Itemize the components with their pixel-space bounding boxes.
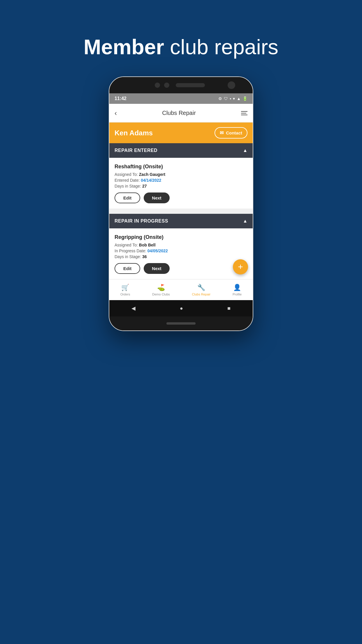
repair-2-assigned: Assigned To: Bob Bell bbox=[115, 243, 247, 247]
repair-entered-title: REPAIR ENTERED bbox=[115, 148, 157, 153]
add-repair-button[interactable]: + bbox=[233, 259, 248, 274]
entered-date-label: Entered Date: bbox=[115, 178, 140, 183]
android-recent-button[interactable]: ■ bbox=[227, 305, 231, 312]
repair-2-next-button[interactable]: Next bbox=[144, 263, 170, 274]
back-button[interactable]: ‹ bbox=[115, 109, 117, 117]
contact-button[interactable]: ✉ Contact bbox=[215, 127, 247, 139]
phone-frame: 11:42 ⚙ 🛡 ▪ ▾ ▲ 🔋 ‹ Clubs Repair Ken Ada… bbox=[109, 76, 253, 331]
clubs-repair-icon: 🔧 bbox=[197, 284, 205, 291]
menu-line-3 bbox=[241, 115, 247, 115]
repair-1-next-button[interactable]: Next bbox=[144, 192, 170, 203]
phone-dot-right bbox=[164, 83, 169, 88]
repair-1-type: Reshafting (Onsite) bbox=[115, 164, 247, 170]
sim-icon: ▪ bbox=[230, 96, 231, 101]
phone-camera bbox=[228, 81, 235, 89]
page-title-light: club repairs bbox=[164, 35, 278, 59]
shield-icon: 🛡 bbox=[224, 96, 228, 101]
repair-in-progress-title: REPAIR IN PROGRESS bbox=[115, 218, 168, 224]
android-back-button[interactable]: ◀ bbox=[131, 305, 136, 312]
repair-in-progress-card: Regripping (Onsite) Assigned To: Bob Bel… bbox=[109, 228, 253, 279]
in-progress-date-label: In Progress Date: bbox=[115, 249, 146, 253]
assigned-label: Assigned To: bbox=[115, 172, 138, 177]
repair-entered-header[interactable]: REPAIR ENTERED ▲ bbox=[109, 143, 253, 158]
section-gap-1 bbox=[109, 209, 253, 214]
phone-top-decoration bbox=[109, 77, 253, 93]
customer-header: Ken Adams ✉ Contact bbox=[109, 123, 253, 143]
phone-bottom bbox=[109, 316, 253, 330]
profile-icon: 👤 bbox=[233, 284, 241, 291]
android-nav-bar: ◀ ● ■ bbox=[109, 300, 253, 316]
days-count: 27 bbox=[142, 184, 147, 188]
nav-item-profile[interactable]: 👤 Profile bbox=[233, 284, 242, 296]
repair-2-type: Regripping (Onsite) bbox=[115, 234, 247, 240]
battery-icon: 🔋 bbox=[242, 96, 247, 101]
home-indicator bbox=[166, 322, 196, 325]
demo-clubs-label: Demo Clubs bbox=[152, 293, 170, 296]
menu-line-2 bbox=[241, 113, 246, 113]
profile-label: Profile bbox=[233, 293, 242, 296]
assigned-to-2: Bob Bell bbox=[139, 243, 156, 247]
app-header: ‹ Clubs Repair bbox=[109, 104, 253, 123]
orders-icon: 🛒 bbox=[121, 284, 129, 291]
status-bar: 11:42 ⚙ 🛡 ▪ ▾ ▲ 🔋 bbox=[109, 93, 253, 104]
app-header-title: Clubs Repair bbox=[162, 110, 196, 116]
repair-1-actions: Edit Next bbox=[115, 192, 247, 203]
entered-date: 04/14/2022 bbox=[141, 178, 161, 183]
repair-1-edit-button[interactable]: Edit bbox=[115, 192, 140, 203]
repair-in-progress-arrow: ▲ bbox=[243, 218, 247, 224]
android-home-button[interactable]: ● bbox=[180, 305, 183, 312]
repair-1-days: Days in Stage: 27 bbox=[115, 184, 247, 188]
clubs-repair-label: Clubs Repair bbox=[192, 293, 211, 296]
settings-icon: ⚙ bbox=[218, 96, 222, 101]
repair-entered-arrow: ▲ bbox=[243, 148, 247, 153]
signal-icon: ▲ bbox=[237, 96, 241, 101]
repair-1-assigned: Assigned To: Zach Gaugert bbox=[115, 172, 247, 177]
repair-2-date: In Progress Date: 04/05/2022 bbox=[115, 249, 247, 253]
customer-name: Ken Adams bbox=[115, 129, 153, 137]
days-count-2: 36 bbox=[142, 254, 147, 259]
repair-1-date: Entered Date: 04/14/2022 bbox=[115, 178, 247, 183]
bottom-nav: 🛒 Orders ⛳ Demo Clubs 🔧 Clubs Repair 👤 P… bbox=[109, 279, 253, 300]
repair-2-edit-button[interactable]: Edit bbox=[115, 263, 140, 274]
days-label: Days in Stage: bbox=[115, 184, 141, 188]
demo-clubs-icon: ⛳ bbox=[157, 284, 165, 291]
phone-speaker bbox=[176, 83, 205, 87]
status-icons: ⚙ 🛡 ▪ ▾ ▲ 🔋 bbox=[218, 96, 247, 101]
repair-2-days: Days in Stage: 36 bbox=[115, 254, 247, 259]
status-time: 11:42 bbox=[115, 96, 126, 101]
contact-label: Contact bbox=[226, 130, 242, 135]
page-title-bold: Member bbox=[84, 35, 164, 59]
orders-label: Orders bbox=[120, 293, 130, 296]
repair-2-actions: Edit Next bbox=[115, 263, 247, 274]
content-area: REPAIR ENTERED ▲ Reshafting (Onsite) Ass… bbox=[109, 143, 253, 279]
page-title: Member club repairs bbox=[84, 35, 278, 59]
assigned-name: Zach Gaugert bbox=[139, 172, 165, 177]
in-progress-date-value: 04/05/2022 bbox=[147, 249, 168, 253]
menu-button[interactable] bbox=[241, 111, 247, 115]
menu-line-1 bbox=[241, 111, 247, 112]
repair-entered-card: Reshafting (Onsite) Assigned To: Zach Ga… bbox=[109, 158, 253, 209]
nav-item-demo-clubs[interactable]: ⛳ Demo Clubs bbox=[152, 284, 170, 296]
repair-in-progress-header[interactable]: REPAIR IN PROGRESS ▲ bbox=[109, 214, 253, 228]
envelope-icon: ✉ bbox=[220, 130, 224, 136]
assigned-label-2: Assigned To: bbox=[115, 243, 138, 247]
nav-item-clubs-repair[interactable]: 🔧 Clubs Repair bbox=[192, 284, 211, 296]
wifi-icon: ▾ bbox=[233, 96, 235, 101]
days-label-2: Days in Stage: bbox=[115, 254, 141, 259]
nav-item-orders[interactable]: 🛒 Orders bbox=[120, 284, 130, 296]
phone-dot-left bbox=[155, 83, 160, 88]
page-header: Member club repairs bbox=[84, 35, 278, 59]
